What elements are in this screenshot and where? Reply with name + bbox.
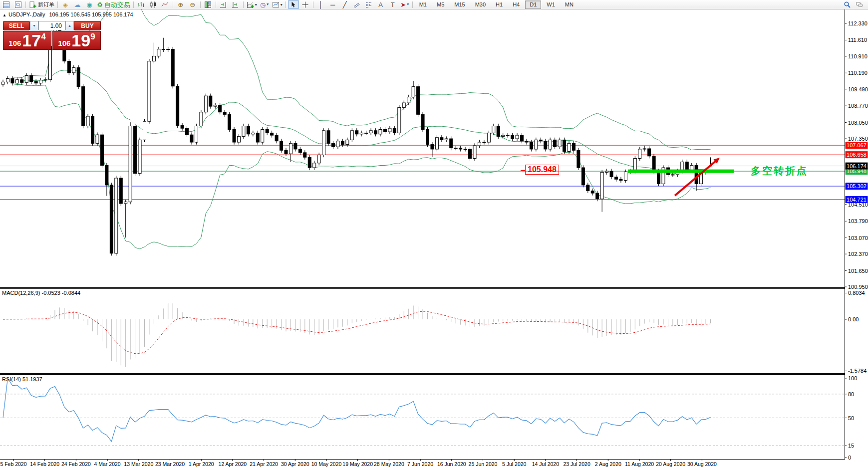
buy-button[interactable]: BUY [74,21,101,30]
price-axis-tick: 110.190 [848,70,868,76]
time-axis-label: 5 Jul 2020 [502,461,527,467]
time-axis-label: 12 Apr 2020 [219,461,247,467]
timeframe-button-d1[interactable]: D1 [525,0,541,9]
text-label-icon[interactable]: T [387,0,398,9]
volume-down-stepper[interactable]: ▼ [30,21,38,30]
bid-price-button[interactable]: 106174 [3,31,51,50]
vertical-line-icon[interactable]: │ [315,0,326,9]
time-axis-label: 30 Apr 2020 [281,461,309,467]
ask-big-figure: 106 [58,38,70,48]
time-axis-label: 14 Jul 2020 [532,461,559,467]
sell-button[interactable]: SELL [3,21,30,30]
chevron-down-icon[interactable]: ▾ [281,2,283,7]
timeframe-button-m5[interactable]: M5 [432,0,449,9]
volume-input[interactable]: 1.00 [38,21,65,30]
price-axis-tick: 112.330 [848,20,868,26]
zoom-in-icon[interactable]: ⊕ [175,0,186,9]
toolbar-separator [243,1,244,8]
price-level-label-text: 106.658 [847,152,867,158]
pivot-annotation[interactable]: 多空转折点 [751,164,808,178]
arrows-tool-icon[interactable]: ➤▾ [399,0,410,9]
time-axis-label: 1 Apr 2020 [189,461,214,467]
strategy-tester-icon[interactable]: ☁ [72,0,83,9]
signals-icon[interactable]: ◉ [84,0,95,9]
chat-icon[interactable] [854,0,865,9]
pivot-highlight-segment[interactable] [628,170,734,173]
one-click-trading-panel: SELL ▼ 1.00 ▲ BUY 106174 106199 [3,21,101,50]
time-axis-label: 28 May 2020 [374,461,404,467]
price-axis-tick: 111.610 [848,37,867,43]
bid-big-figure: 106 [8,38,21,48]
rsi-axis-tick: 15 [848,443,854,449]
market-watch-icon[interactable] [0,0,11,9]
toolbar-separator [286,1,286,8]
ask-price-button[interactable]: 106199 [52,31,101,50]
rsi-axis-tick: 80 [848,391,854,397]
search-icon[interactable] [842,0,853,9]
time-axis-label: 25 Jun 2020 [469,461,498,467]
timeframe-button-h1[interactable]: H1 [491,0,507,9]
time-axis-label: 14 Feb 2020 [30,461,59,467]
timeframe-button-m30[interactable]: M30 [471,0,490,9]
price-axis-tick: 100.950 [848,284,868,290]
data-window-icon[interactable] [12,0,23,9]
trendline-icon[interactable]: ╱ [339,0,350,9]
macd-label: MACD(12,26,9) -0.0523 -0.0844 [2,290,80,296]
indicators-icon[interactable]: ▾ [246,0,258,9]
time-axis-label: 20 Aug 2020 [656,461,685,467]
new-order-button-label: 新订单 [38,1,54,8]
time-axis-label: 19 May 2020 [342,461,373,467]
price-axis-tick: 109.490 [848,86,868,92]
price-axis-tick: 107.350 [848,136,868,142]
timeframe-button-m15[interactable]: M15 [450,0,469,9]
macd-axis-tick: 0.00 [848,316,859,322]
time-axis-label: 24 Feb 2020 [61,461,91,467]
bar-chart-icon[interactable] [136,0,147,9]
line-chart-icon[interactable] [160,0,171,9]
crosshair-icon[interactable] [300,0,311,9]
timeframe-button-m1[interactable]: M1 [415,0,431,9]
horizontal-line-icon[interactable]: ─ [327,0,338,9]
price-level-label-text: 107.067 [847,142,867,148]
time-axis-label: 11 Aug 2020 [625,461,654,467]
time-axis-label: 2 Aug 2020 [595,461,621,467]
equidistant-channel-icon[interactable] [351,0,362,9]
chevron-down-icon[interactable]: ▾ [255,2,257,7]
zoom-out-icon[interactable]: ⊖ [187,0,198,9]
main-toolbar: 新订单◈☁◉♻自动交易⊕⊖▾◷▾▾│─╱AT➤▾M1M5M15M30H1H4D1… [0,0,868,9]
volume-up-stepper[interactable]: ▲ [65,21,74,30]
tile-windows-icon[interactable] [203,0,214,9]
toolbar-separator [200,1,201,8]
templates-icon[interactable]: ▾ [271,0,284,9]
fibonacci-icon[interactable] [363,0,374,9]
chart-canvas[interactable]: 0.80340.00-1.57841008050150112.330111.61… [0,0,868,468]
ask-pipette: 9 [90,32,95,42]
candlestick-chart-icon[interactable] [148,0,159,9]
bid-pips: 17 [22,33,41,48]
time-axis[interactable]: 5 Feb 202014 Feb 202024 Feb 20204 Mar 20… [0,459,717,467]
chevron-down-icon[interactable]: ▾ [407,2,409,6]
timeframe-button-w1[interactable]: W1 [542,0,560,9]
timeframe-button-h4[interactable]: H4 [508,0,524,9]
price-level-label-text: 106.174 [847,163,867,169]
periods-icon[interactable]: ◷▾ [259,0,270,9]
level-price-label[interactable]: 105.948 [525,165,559,175]
autoscroll-icon[interactable] [218,0,229,9]
autotrade-button[interactable]: ♻自动交易 [96,0,131,9]
toolbar-separator [133,1,134,8]
toolbar-separator [313,1,313,8]
autotrade-button-label: 自动交易 [104,1,130,8]
cursor-icon[interactable] [288,0,299,9]
timeframe-button-mn[interactable]: MN [561,0,578,9]
price-level-label-text: 104.721 [847,197,867,203]
chart-shift-icon[interactable] [230,0,241,9]
ask-pips: 19 [71,33,90,48]
time-axis-label: 13 Mar 2020 [124,461,153,467]
chevron-down-icon[interactable]: ▾ [267,2,269,6]
collapse-one-click-icon[interactable]: ▲ [2,13,6,17]
new-order-button[interactable]: 新订单 [28,0,55,9]
history-center-icon[interactable]: ◈ [60,0,71,9]
price-axis-tick: 110.910 [848,53,868,59]
text-icon[interactable]: A [375,0,386,9]
toolbar-separator [173,1,173,8]
